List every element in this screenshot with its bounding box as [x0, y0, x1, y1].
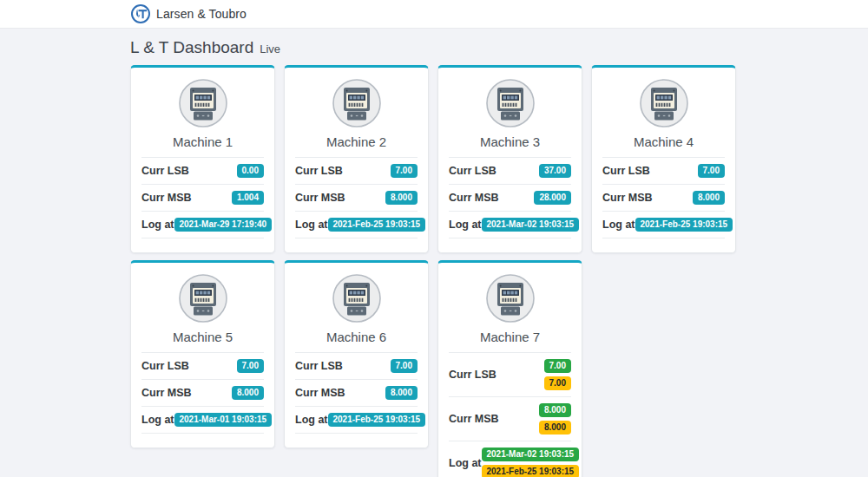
reading-badges: 0.00 [237, 164, 264, 178]
energy-meter-icon [332, 274, 381, 323]
reading-label: Curr LSB [295, 165, 343, 177]
reading-value-badge: 7.00 [544, 359, 571, 373]
machine-readings-list: Curr LSB 37.00 Curr MSB 28.000 Log at 20… [449, 157, 571, 238]
reading-badges: 2021-Feb-25 19:03:15 [635, 218, 733, 232]
reading-row: Curr LSB 7.00 [295, 157, 418, 184]
machine-icon-wrap [285, 79, 428, 127]
energy-meter-icon [486, 274, 535, 323]
reading-label: Log at [295, 219, 328, 231]
reading-value-badge: 8.000 [385, 386, 418, 400]
machine-icon-wrap [438, 79, 582, 127]
machine-readings-list: Curr LSB 7.00 Curr MSB 8.000 Log at 2021… [295, 352, 418, 434]
reading-label: Curr MSB [602, 192, 653, 204]
reading-badges: 8.000 [232, 386, 264, 400]
reading-value-badge: 2021-Mar-02 19:03:15 [482, 448, 580, 461]
reading-label: Log at [449, 457, 482, 469]
reading-value-badge: 7.00 [391, 359, 418, 373]
machine-name: Machine 4 [592, 134, 735, 149]
reading-row: Curr MSB 8.000 [602, 184, 725, 211]
reading-label: Curr LSB [449, 165, 496, 177]
reading-value-badge: 7.00 [391, 164, 418, 178]
machine-name: Machine 1 [131, 134, 274, 149]
machine-name: Machine 6 [285, 330, 428, 344]
reading-value-badge: 2021-Feb-25 19:03:15 [328, 413, 426, 427]
reading-label: Curr MSB [141, 192, 192, 204]
machine-card: Machine 7 Curr LSB 7.00 7.00 Curr MSB 8.… [437, 260, 582, 477]
reading-row: Log at 2021-Mar-02 19:03:15 2021-Feb-25 … [449, 441, 571, 477]
reading-row: Log at 2021-Feb-25 19:03:15 [602, 211, 725, 238]
machine-card: Machine 3 Curr LSB 37.00 Curr MSB 28.000… [437, 65, 582, 253]
reading-row: Log at 2021-Feb-25 19:03:15 [295, 211, 418, 238]
reading-label: Curr MSB [141, 387, 192, 399]
machine-icon-wrap [131, 274, 274, 323]
machine-icon-wrap [285, 274, 428, 323]
reading-value-badge: 7.00 [698, 164, 725, 178]
top-navbar: Larsen & Toubro [0, 0, 868, 29]
reading-badges: 7.00 [391, 164, 418, 178]
machine-card: Machine 6 Curr LSB 7.00 Curr MSB 8.000 L… [284, 260, 429, 448]
reading-value-badge: 2021-Feb-25 19:03:15 [328, 218, 426, 232]
reading-badges: 2021-Mar-02 19:03:15 2021-Feb-25 19:03:1… [482, 448, 580, 477]
machine-icon-wrap [592, 79, 735, 127]
energy-meter-icon [640, 79, 688, 127]
reading-badges: 2021-Mar-01 19:03:15 [174, 413, 273, 427]
page-subtitle: Live [260, 42, 280, 56]
reading-value-badge: 7.00 [237, 359, 264, 373]
machine-grid: Machine 1 Curr LSB 0.00 Curr MSB 1.004 L… [130, 65, 738, 477]
reading-badges: 7.00 [698, 164, 725, 178]
machine-readings-list: Curr LSB 0.00 Curr MSB 1.004 Log at 2021… [141, 157, 264, 238]
reading-label: Log at [295, 414, 328, 426]
reading-row: Curr LSB 0.00 [141, 157, 264, 184]
navbar-brand[interactable]: Larsen & Toubro [130, 0, 738, 28]
machine-readings-list: Curr LSB 7.00 Curr MSB 8.000 Log at 2021… [141, 352, 264, 434]
reading-badges: 2021-Mar-29 17:19:40 [174, 218, 273, 232]
reading-label: Curr MSB [449, 192, 499, 204]
reading-value-badge: 2021-Mar-29 17:19:40 [174, 218, 273, 232]
reading-row: Curr LSB 7.00 [602, 157, 725, 184]
reading-label: Log at [141, 414, 174, 426]
reading-row: Curr LSB 7.00 [295, 352, 418, 379]
reading-row: Curr MSB 28.000 [449, 184, 571, 211]
machine-card: Machine 4 Curr LSB 7.00 Curr MSB 8.000 L… [591, 65, 736, 253]
reading-badges: 28.000 [534, 191, 571, 205]
reading-label: Curr MSB [295, 192, 345, 204]
reading-badges: 7.00 7.00 [544, 359, 571, 390]
reading-row: Log at 2021-Feb-25 19:03:15 [295, 406, 418, 434]
reading-badges: 2021-Feb-25 19:03:15 [328, 413, 426, 427]
reading-value-badge: 8.000 [539, 403, 571, 417]
machine-name: Machine 7 [438, 330, 582, 344]
reading-label: Curr LSB [295, 360, 343, 372]
reading-value-badge: 2021-Mar-02 19:03:15 [482, 218, 580, 232]
reading-value-badge: 8.000 [232, 386, 264, 400]
machine-card: Machine 2 Curr LSB 7.00 Curr MSB 8.000 L… [284, 65, 429, 253]
machine-card: Machine 5 Curr LSB 7.00 Curr MSB 8.000 L… [130, 260, 275, 448]
reading-label: Log at [141, 219, 174, 231]
reading-row: Curr MSB 8.000 8.000 [449, 396, 571, 441]
energy-meter-icon [179, 79, 227, 127]
reading-value-badge: 8.000 [693, 191, 725, 205]
reading-row: Log at 2021-Mar-29 17:19:40 [141, 211, 264, 238]
brand-name: Larsen & Toubro [156, 7, 247, 21]
reading-value-badge: 0.00 [237, 164, 264, 178]
energy-meter-icon [179, 274, 227, 323]
reading-row: Curr LSB 7.00 [141, 352, 264, 379]
reading-row: Curr LSB 37.00 [449, 157, 571, 184]
reading-row: Curr MSB 8.000 [141, 379, 264, 406]
reading-badges: 2021-Mar-02 19:03:15 [482, 218, 580, 232]
reading-badges: 1.004 [232, 191, 264, 205]
reading-badges: 8.000 8.000 [539, 403, 571, 435]
reading-badges: 37.00 [539, 164, 571, 178]
machine-readings-list: Curr LSB 7.00 Curr MSB 8.000 Log at 2021… [295, 157, 418, 238]
reading-badges: 8.000 [385, 191, 418, 205]
page-title: L & T Dashboard [130, 38, 253, 57]
reading-badges: 7.00 [237, 359, 264, 373]
reading-value-badge: 2021-Feb-25 19:03:15 [635, 218, 733, 232]
reading-label: Log at [602, 219, 635, 231]
reading-label: Curr MSB [295, 387, 345, 399]
reading-row: Curr MSB 8.000 [295, 184, 418, 211]
lt-logo-icon [130, 3, 151, 24]
reading-badges: 2021-Feb-25 19:03:15 [328, 218, 426, 232]
dashboard-main: L & T Dashboard Live [0, 29, 868, 477]
reading-value-badge: 37.00 [539, 164, 571, 178]
machine-name: Machine 5 [131, 330, 274, 344]
